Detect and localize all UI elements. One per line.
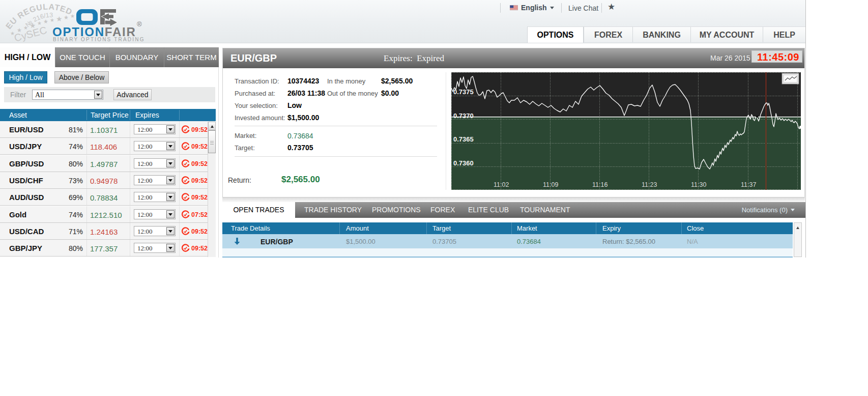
svg-text:0.7370: 0.7370 xyxy=(453,112,474,120)
svg-text:★: ★ xyxy=(56,15,63,23)
svg-text:★: ★ xyxy=(10,31,15,36)
svg-text:11:16: 11:16 xyxy=(592,181,607,188)
svg-text:★: ★ xyxy=(50,17,54,23)
svg-text:0.7360: 0.7360 xyxy=(453,159,474,167)
svg-text:11:37: 11:37 xyxy=(741,181,756,188)
svg-text:★: ★ xyxy=(64,14,69,20)
svg-text:11:09: 11:09 xyxy=(543,181,558,188)
svg-text:★: ★ xyxy=(23,25,28,31)
svg-text:®: ® xyxy=(137,20,142,28)
svg-text:★: ★ xyxy=(70,13,75,19)
svg-text:11:02: 11:02 xyxy=(494,181,509,188)
svg-text:11:23: 11:23 xyxy=(642,181,657,188)
svg-text:★: ★ xyxy=(30,21,36,30)
svg-text:BINARY OPTIONS TRADING: BINARY OPTIONS TRADING xyxy=(53,37,145,42)
svg-text:★: ★ xyxy=(37,20,42,26)
svg-text:★: ★ xyxy=(43,18,48,24)
svg-text:0.7375: 0.7375 xyxy=(453,88,474,96)
svg-text:★: ★ xyxy=(17,27,22,33)
svg-text:0.7365: 0.7365 xyxy=(453,135,474,143)
svg-text:11:30: 11:30 xyxy=(691,181,706,188)
